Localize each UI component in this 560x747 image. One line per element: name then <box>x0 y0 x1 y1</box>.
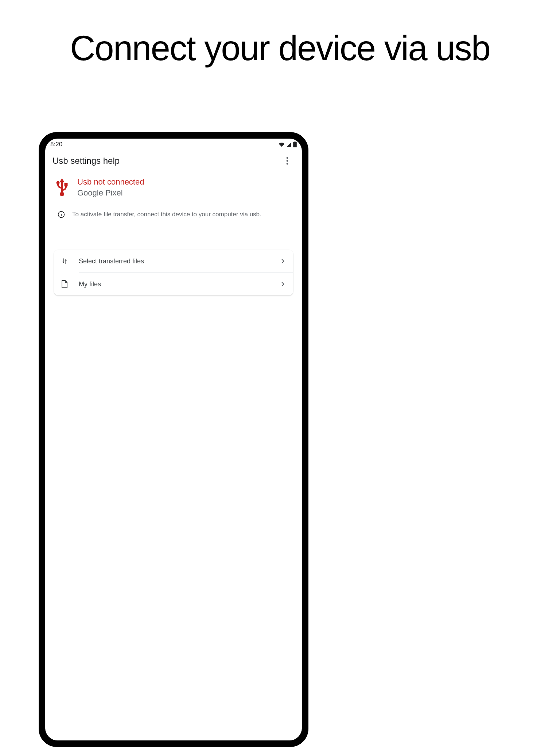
status-bar: 8:20 <box>45 139 302 150</box>
status-row: Usb not connected Google Pixel <box>52 177 295 201</box>
svg-rect-9 <box>61 214 62 216</box>
section-divider <box>45 241 302 241</box>
info-text: To activate file transfer, connect this … <box>72 211 261 218</box>
app-title: Usb settings help <box>52 156 280 166</box>
svg-rect-10 <box>61 213 62 213</box>
more-vert-icon <box>286 157 288 165</box>
status-subtitle: Google Pixel <box>77 188 144 198</box>
menu-item-transferred-files[interactable]: Select transferred files <box>54 250 293 272</box>
chevron-right-icon <box>279 258 287 265</box>
svg-point-2 <box>287 163 288 165</box>
file-icon <box>61 280 69 288</box>
device-screen: 8:20 Usb settings help <box>45 139 302 740</box>
status-title: Usb not connected <box>77 177 144 187</box>
page-title: Connect your device via usb <box>0 0 560 71</box>
svg-rect-7 <box>65 183 68 186</box>
svg-point-0 <box>287 157 288 159</box>
info-icon <box>58 211 65 218</box>
device-frame: 8:20 Usb settings help <box>39 132 308 747</box>
signal-icon <box>286 142 292 147</box>
svg-point-6 <box>57 181 60 185</box>
chevron-right-icon <box>279 280 287 288</box>
status-time: 8:20 <box>50 141 62 148</box>
battery-icon <box>293 142 297 147</box>
svg-point-1 <box>287 160 288 162</box>
menu-item-label: Select transferred files <box>69 258 279 265</box>
usb-icon <box>55 178 69 197</box>
svg-point-5 <box>60 192 64 196</box>
status-section: Usb not connected Google Pixel To activa… <box>45 174 302 233</box>
more-button[interactable] <box>280 154 295 168</box>
menu-item-label: My files <box>69 280 279 288</box>
status-icons <box>279 142 297 147</box>
menu-item-my-files[interactable]: My files <box>54 273 293 295</box>
menu-card: Select transferred files My files <box>54 250 293 295</box>
transfer-icon <box>61 257 69 265</box>
app-header: Usb settings help <box>45 150 302 174</box>
wifi-icon <box>279 142 285 147</box>
info-row: To activate file transfer, connect this … <box>52 201 295 233</box>
